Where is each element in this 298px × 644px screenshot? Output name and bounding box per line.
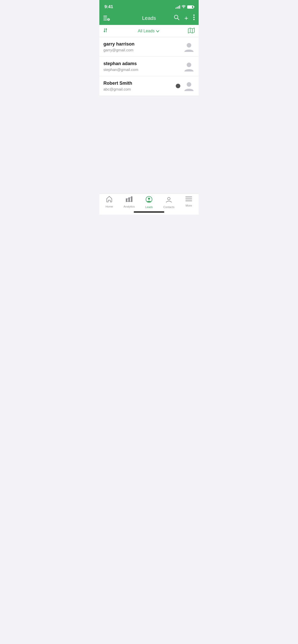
- map-icon[interactable]: [188, 28, 195, 34]
- svg-point-21: [148, 198, 150, 200]
- status-bar: 9:41: [99, 0, 199, 11]
- tab-home[interactable]: Home: [99, 196, 119, 208]
- page-title: Leads: [142, 15, 156, 21]
- svg-line-8: [177, 18, 179, 20]
- nav-left: [103, 14, 111, 22]
- home-icon: [106, 196, 113, 204]
- more-options-icon[interactable]: [193, 14, 195, 22]
- svg-rect-24: [185, 199, 192, 199]
- tab-analytics-label: Analytics: [124, 205, 135, 208]
- filter-dropdown[interactable]: All Leads: [138, 29, 159, 33]
- lead-info: garry harrison garry@gmail.com: [103, 41, 183, 52]
- svg-rect-23: [185, 197, 192, 197]
- status-icons: [175, 5, 194, 9]
- list-item[interactable]: Robert Smith abc@gmail.com: [99, 76, 199, 96]
- analytics-icon: [126, 196, 133, 204]
- sort-button[interactable]: [103, 28, 109, 34]
- svg-rect-25: [185, 201, 192, 201]
- lead-list: garry harrison garry@gmail.com stephan a…: [99, 37, 199, 96]
- chevron-down-icon: [156, 29, 159, 33]
- avatar: [183, 80, 195, 92]
- lead-info: Robert Smith abc@gmail.com: [103, 81, 176, 91]
- leads-icon: [145, 196, 153, 204]
- avatar: [183, 41, 195, 52]
- svg-rect-3: [103, 20, 107, 20]
- tab-more-label: More: [185, 204, 192, 207]
- tab-home-label: Home: [105, 205, 113, 208]
- lead-name: Robert Smith: [103, 81, 176, 86]
- svg-point-0: [183, 7, 184, 8]
- signal-icon: [175, 5, 180, 9]
- menu-settings-icon[interactable]: [103, 14, 111, 22]
- svg-point-22: [168, 197, 170, 200]
- more-icon: [185, 196, 192, 203]
- lead-email: abc@gmail.com: [103, 87, 176, 91]
- avatar: [183, 61, 195, 72]
- filter-bar: All Leads: [99, 25, 199, 37]
- svg-point-6: [108, 19, 109, 20]
- tab-leads-label: Leads: [145, 206, 153, 209]
- lead-name: stephan adams: [103, 61, 183, 66]
- lead-name: garry harrison: [103, 41, 183, 47]
- filter-label-text: All Leads: [138, 29, 155, 33]
- svg-point-14: [187, 43, 191, 48]
- lead-email: garry@gmail.com: [103, 48, 183, 52]
- status-dot: [176, 84, 180, 88]
- svg-rect-1: [103, 16, 107, 17]
- svg-rect-2: [103, 18, 107, 19]
- svg-point-15: [187, 63, 191, 67]
- home-indicator: [134, 211, 164, 213]
- svg-point-11: [193, 19, 195, 20]
- search-icon[interactable]: [174, 14, 179, 22]
- empty-content-area: [99, 96, 199, 203]
- status-time: 9:41: [104, 4, 113, 9]
- wifi-icon: [182, 5, 186, 9]
- lead-info: stephan adams stephan@gmail.com: [103, 61, 183, 72]
- nav-right: +: [174, 14, 195, 22]
- list-item[interactable]: garry harrison garry@gmail.com: [99, 37, 199, 57]
- nav-bar: Leads +: [99, 11, 199, 25]
- contacts-icon: [165, 196, 172, 204]
- svg-point-9: [193, 14, 195, 16]
- svg-point-16: [187, 82, 191, 87]
- add-icon[interactable]: +: [184, 15, 188, 21]
- lead-email: stephan@gmail.com: [103, 67, 183, 72]
- tab-analytics[interactable]: Analytics: [119, 196, 139, 208]
- battery-icon: [187, 5, 194, 9]
- tab-more[interactable]: More: [179, 196, 199, 207]
- tab-contacts[interactable]: Contacts: [159, 196, 179, 209]
- tab-contacts-label: Contacts: [163, 206, 174, 209]
- svg-point-10: [193, 17, 195, 18]
- tab-leads[interactable]: Leads: [139, 196, 159, 209]
- list-item[interactable]: stephan adams stephan@gmail.com: [99, 57, 199, 76]
